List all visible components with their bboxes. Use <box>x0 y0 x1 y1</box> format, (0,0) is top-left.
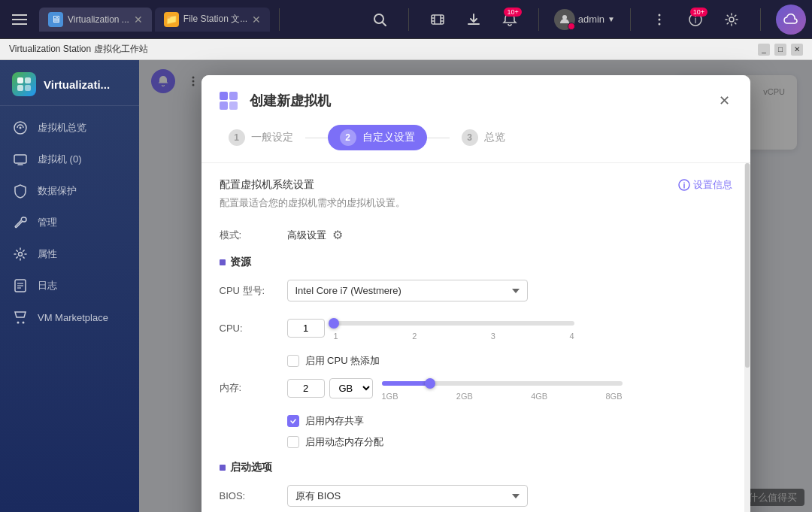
close-window-button[interactable]: ✕ <box>791 44 803 56</box>
sidebar-item-data-protection[interactable]: 数据保护 <box>0 175 139 207</box>
boot-section-label: 启动选项 <box>230 461 272 474</box>
modal-close-button[interactable]: ✕ <box>714 90 735 111</box>
search-icon[interactable] <box>366 6 393 33</box>
svg-rect-37 <box>220 101 228 110</box>
cpu-control: 1 1 2 3 <box>287 315 732 341</box>
wrench-icon <box>12 214 29 231</box>
svg-text:i: i <box>695 15 697 26</box>
window-controls: _ □ ✕ <box>758 44 803 56</box>
file-station-tab-close[interactable]: ✕ <box>252 14 261 26</box>
svg-rect-35 <box>220 92 228 100</box>
step-3[interactable]: 3 总览 <box>450 125 517 150</box>
sidebar-label-marketplace: VM Marketplace <box>38 312 108 323</box>
memory-label-4gb: 4GB <box>531 392 547 401</box>
sidebar-label-data-protection: 数据保护 <box>38 184 77 198</box>
settings-info-label: 设置信息 <box>693 178 732 192</box>
tab-file-station[interactable]: 📁 File Station 文... ✕ <box>155 8 270 32</box>
user-menu[interactable]: admin ▼ <box>554 9 615 30</box>
memory-slider-thumb[interactable] <box>425 378 435 389</box>
virtualization-tab-close[interactable]: ✕ <box>134 14 143 26</box>
virtualization-tab-icon: 🖥 <box>48 12 63 27</box>
gear-icon <box>12 246 29 262</box>
svg-rect-23 <box>14 155 26 163</box>
settings-info-link[interactable]: 设置信息 <box>678 178 732 192</box>
memory-unit-select[interactable]: GB MB <box>329 378 373 398</box>
bios-label: BIOS: <box>220 490 287 501</box>
cpu-value-input[interactable]: 1 <box>287 319 325 338</box>
memory-share-checkbox[interactable] <box>287 415 299 427</box>
more-options-icon[interactable] <box>646 6 673 33</box>
svg-point-16 <box>729 17 734 22</box>
modal-overlay: 创建新虚拟机 ✕ 1 一般设定 2 自定义设置 3 <box>139 60 812 512</box>
step-1[interactable]: 1 一般设定 <box>217 125 305 150</box>
boot-section-dot <box>220 465 226 471</box>
step-2[interactable]: 2 自定义设置 <box>328 125 427 150</box>
sidebar-item-overview[interactable]: 虚拟机总览 <box>0 112 139 144</box>
step-2-label: 自定义设置 <box>362 131 415 144</box>
cpu-slider-thumb[interactable] <box>329 318 339 329</box>
memory-label-1gb: 1GB <box>382 392 398 401</box>
cpu-type-select[interactable]: Intel Core i7 (Westmere) Intel Core i5 I… <box>287 280 528 301</box>
cpu-type-control: Intel Core i7 (Westmere) Intel Core i5 I… <box>287 280 732 301</box>
cpu-hotadd-checkbox[interactable] <box>287 355 299 367</box>
stepper: 1 一般设定 2 自定义设置 3 总览 <box>201 113 750 163</box>
sidebar-item-management[interactable]: 管理 <box>0 207 139 238</box>
sidebar-header: Virtualizati... <box>0 60 139 106</box>
bell-icon[interactable]: 10+ <box>496 6 523 33</box>
memory-control: 2 GB MB <box>287 375 732 401</box>
bios-row: BIOS: 原有 BIOS UEFI UEFI (Secure Boot) <box>220 485 732 507</box>
modal-body: 配置虚拟机系统设置 配置最适合您的虚拟机需求的虚拟机设置。 设置信息 模式: <box>201 163 750 512</box>
bios-control: 原有 BIOS UEFI UEFI (Secure Boot) <box>287 485 732 507</box>
cpu-hotadd-row: 启用 CPU 热添加 <box>287 354 732 368</box>
cpu-label-1: 1 <box>334 332 338 341</box>
sidebar-item-marketplace[interactable]: VM Marketplace <box>0 301 139 333</box>
cloud-icon[interactable] <box>776 5 806 35</box>
boot-section-heading: 启动选项 <box>220 461 732 474</box>
hamburger-menu-icon[interactable] <box>6 6 33 33</box>
svg-point-30 <box>17 322 20 324</box>
cpu-type-row: CPU 型号: Intel Core i7 (Westmere) Intel C… <box>220 280 732 301</box>
sidebar-label-management: 管理 <box>38 216 57 229</box>
memory-dynamic-checkbox[interactable] <box>287 436 299 448</box>
file-station-tab-icon: 📁 <box>164 12 179 27</box>
svg-rect-20 <box>25 85 31 91</box>
step-2-num: 2 <box>340 129 356 146</box>
user-status-badge <box>568 23 575 30</box>
sidebar-label-overview: 虚拟机总览 <box>38 121 86 135</box>
sidebar-item-properties[interactable]: 属性 <box>0 238 139 270</box>
modal-scrollbar[interactable] <box>744 163 750 512</box>
memory-value-input[interactable]: 2 <box>287 379 325 398</box>
minimize-button[interactable]: _ <box>758 44 770 56</box>
create-vm-modal: 创建新虚拟机 ✕ 1 一般设定 2 自定义设置 3 <box>201 75 750 512</box>
step-3-num: 3 <box>462 129 478 146</box>
mode-gear-icon[interactable]: ⚙ <box>332 228 343 242</box>
tab-virtualization[interactable]: 🖥 Virtualization ... ✕ <box>39 8 152 32</box>
download-icon[interactable] <box>460 6 487 33</box>
sidebar-item-logs[interactable]: 日志 <box>0 270 139 301</box>
memory-slider-track <box>382 381 623 386</box>
system-settings-icon[interactable] <box>718 6 745 33</box>
shield-icon <box>12 183 29 199</box>
svg-point-13 <box>659 23 661 25</box>
taskbar-divider-1 <box>279 8 280 31</box>
info-notification-icon[interactable]: i 10+ <box>682 6 709 33</box>
taskbar-divider-4 <box>630 8 631 31</box>
maximize-button[interactable]: □ <box>774 44 786 56</box>
section-main-desc: 配置最适合您的虚拟机需求的虚拟机设置。 <box>220 196 405 210</box>
sidebar-item-vms[interactable]: 虚拟机 (0) <box>0 144 139 175</box>
bios-select[interactable]: 原有 BIOS UEFI UEFI (Secure Boot) <box>287 485 528 507</box>
step-1-label: 一般设定 <box>251 131 293 144</box>
file-station-tab-label: File Station 文... <box>183 13 247 26</box>
window-bar: Virtualization Station 虚拟化工作站 _ □ ✕ <box>0 39 812 60</box>
mode-label: 模式: <box>220 229 287 242</box>
cpu-type-label: CPU 型号: <box>220 284 287 298</box>
info-badge: 10+ <box>690 8 707 17</box>
cpu-row: CPU: 1 1 <box>220 315 732 341</box>
taskbar-divider-3 <box>538 8 539 31</box>
taskbar-divider-5 <box>760 8 761 31</box>
app-logo <box>12 72 36 96</box>
step-3-label: 总览 <box>484 131 505 144</box>
resource-section-heading: 资源 <box>220 256 732 269</box>
film-icon[interactable] <box>424 6 451 33</box>
svg-rect-19 <box>17 85 23 91</box>
